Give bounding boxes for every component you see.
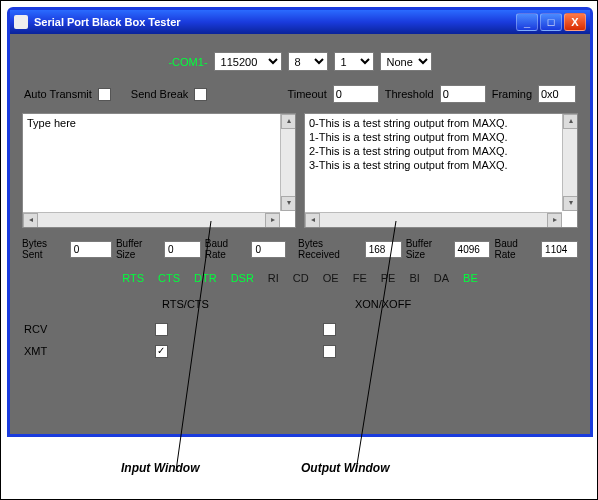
parity-select[interactable]: None bbox=[380, 52, 432, 71]
ind-dsr: DSR bbox=[231, 272, 254, 284]
bytes-sent-label: Bytes Sent bbox=[22, 238, 66, 260]
send-break-label: Send Break bbox=[131, 88, 188, 100]
output-line: 1-This is a test string output from MAXQ… bbox=[309, 130, 555, 144]
annotation-input: Input Window bbox=[121, 461, 200, 475]
annotation-output: Output Window bbox=[301, 461, 390, 475]
window-title: Serial Port Black Box Tester bbox=[34, 16, 516, 28]
baud-in-value: 0 bbox=[251, 241, 286, 258]
baud-in-label: Baud Rate bbox=[205, 238, 248, 260]
ind-bi: BI bbox=[409, 272, 419, 284]
rcv-rtscts-checkbox[interactable] bbox=[155, 323, 168, 336]
baud-select[interactable]: 115200 bbox=[214, 52, 282, 71]
rcv-label: RCV bbox=[24, 323, 84, 335]
app-icon bbox=[14, 15, 28, 29]
databits-select[interactable]: 8 bbox=[288, 52, 328, 71]
send-break-checkbox[interactable] bbox=[194, 88, 207, 101]
ind-be: BE bbox=[463, 272, 478, 284]
output-line: 3-This is a test string output from MAXQ… bbox=[309, 158, 555, 172]
buffer-in-value: 0 bbox=[164, 241, 201, 258]
input-hscrollbar[interactable]: ◂▸ bbox=[23, 212, 280, 227]
bytes-recv-value: 168 bbox=[365, 241, 402, 258]
ind-ri: RI bbox=[268, 272, 279, 284]
baud-out-label: Baud Rate bbox=[494, 238, 537, 260]
titlebar[interactable]: Serial Port Black Box Tester _ □ X bbox=[10, 10, 590, 34]
xmt-xonxoff-checkbox[interactable] bbox=[323, 345, 336, 358]
threshold-input[interactable] bbox=[440, 85, 486, 103]
timeout-input[interactable] bbox=[333, 85, 379, 103]
output-vscrollbar[interactable]: ▴▾ bbox=[562, 114, 577, 211]
ind-fe: FE bbox=[353, 272, 367, 284]
ind-oe: OE bbox=[323, 272, 339, 284]
minimize-button[interactable]: _ bbox=[516, 13, 538, 31]
threshold-label: Threshold bbox=[385, 88, 434, 100]
auto-transmit-checkbox[interactable] bbox=[98, 88, 111, 101]
ind-cd: CD bbox=[293, 272, 309, 284]
signal-indicators: RTS CTS DTR DSR RI CD OE FE PE BI DA BE bbox=[18, 272, 582, 284]
output-text: 0-This is a test string output from MAXQ… bbox=[309, 116, 573, 172]
output-line: 2-This is a test string output from MAXQ… bbox=[309, 144, 555, 158]
input-pane[interactable]: Type here ▴▾ ◂▸ bbox=[22, 113, 296, 228]
auto-transmit-label: Auto Transmit bbox=[24, 88, 92, 100]
buffer-in-label: Buffer Size bbox=[116, 238, 160, 260]
ind-da: DA bbox=[434, 272, 449, 284]
input-vscrollbar[interactable]: ▴▾ bbox=[280, 114, 295, 211]
port-label: -COM1- bbox=[168, 56, 207, 68]
close-button[interactable]: X bbox=[564, 13, 586, 31]
stopbits-select[interactable]: 1 bbox=[334, 52, 374, 71]
framing-input[interactable] bbox=[538, 85, 576, 103]
xonxoff-header: XON/XOFF bbox=[293, 298, 473, 310]
rcv-xonxoff-checkbox[interactable] bbox=[323, 323, 336, 336]
client-area: -COM1- 115200 8 1 None Auto Transmit Sen… bbox=[10, 34, 590, 434]
timeout-label: Timeout bbox=[287, 88, 326, 100]
output-pane[interactable]: 0-This is a test string output from MAXQ… bbox=[304, 113, 578, 228]
app-window: Serial Port Black Box Tester _ □ X -COM1… bbox=[7, 7, 593, 437]
output-hscrollbar[interactable]: ◂▸ bbox=[305, 212, 562, 227]
framing-label: Framing bbox=[492, 88, 532, 100]
rtscts-header: RTS/CTS bbox=[78, 298, 293, 310]
ind-rts: RTS bbox=[122, 272, 144, 284]
bytes-recv-label: Bytes Received bbox=[298, 238, 361, 260]
output-line: 0-This is a test string output from MAXQ… bbox=[309, 116, 555, 130]
input-text[interactable]: Type here bbox=[27, 116, 291, 130]
ind-pe: PE bbox=[381, 272, 396, 284]
xmt-rtscts-checkbox[interactable] bbox=[155, 345, 168, 358]
xmt-label: XMT bbox=[24, 345, 84, 357]
maximize-button[interactable]: □ bbox=[540, 13, 562, 31]
buffer-out-value: 4096 bbox=[454, 241, 491, 258]
ind-dtr: DTR bbox=[194, 272, 217, 284]
ind-cts: CTS bbox=[158, 272, 180, 284]
buffer-out-label: Buffer Size bbox=[406, 238, 450, 260]
baud-out-value: 1104 bbox=[541, 241, 578, 258]
bytes-sent-value: 0 bbox=[70, 241, 112, 258]
